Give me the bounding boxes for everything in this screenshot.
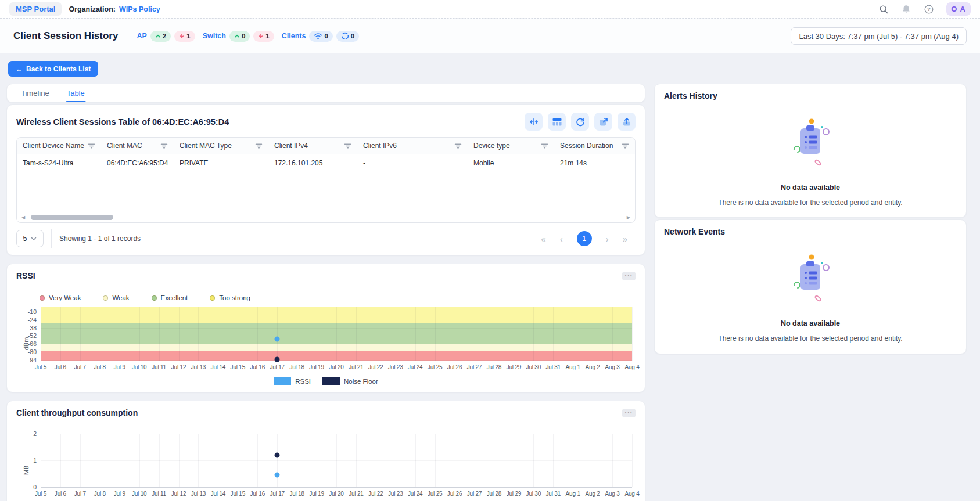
x-tick-label: Jul 5 [35,491,46,497]
filter-icon[interactable] [344,143,351,149]
chevron-down-icon [31,237,37,241]
upload-icon [622,117,632,127]
organization-link[interactable]: WIPs Policy [119,5,160,13]
x-tick-label: Aug 4 [624,364,639,370]
ap-label[interactable]: AP [137,32,146,40]
x-tick-label: Jul 10 [132,491,147,497]
y-tick-label: 0 [33,484,37,491]
x-tick-label: Jul 13 [191,364,206,370]
filter-icon[interactable] [622,143,629,149]
arrow-down-icon [179,33,185,39]
gridline-horizontal [41,434,632,434]
column-header[interactable]: Client MAC [101,138,174,154]
column-header-label: Client IPv4 [274,142,308,150]
column-header[interactable]: Client MAC Type [174,138,268,154]
page-title: Client Session History [13,30,118,42]
export-upload-button[interactable] [618,113,636,131]
x-tick-label: Jul 30 [526,364,541,370]
current-page-button[interactable]: 1 [577,231,592,246]
manage-columns-button[interactable] [548,113,566,131]
column-header[interactable]: Session Duration [554,138,635,154]
gridline-vertical [494,307,494,361]
date-range-picker[interactable]: Last 30 Days: 7:37 pm (Jul 5) - 7:37 pm … [791,27,967,45]
help-icon[interactable]: ? [924,4,934,15]
band-legend-label: Too strong [219,294,250,301]
column-header-label: Client IPv6 [363,142,397,150]
y-tick-label: 1 [33,457,37,464]
rssi-more-button[interactable]: ··· [622,272,636,280]
switch-label[interactable]: Switch [203,32,226,40]
gridline-vertical [632,307,633,361]
legend-label: RSSI [295,378,311,385]
throughput-more-button[interactable]: ··· [622,409,636,417]
x-tick-label: Jul 15 [231,364,246,370]
filter-icon[interactable] [255,143,263,149]
svg-text:?: ? [928,6,931,12]
clients-label[interactable]: Clients [282,32,306,40]
gridline-vertical [336,307,337,361]
x-tick-label: Aug 2 [586,491,600,497]
sessions-table-card: Wireless Client Sessions Table of 06:4D:… [6,104,645,255]
page-size-select[interactable]: 5 [16,230,44,247]
gridline-vertical [277,307,278,361]
horizontal-scrollbar[interactable]: ◀ ▶ [21,214,630,221]
user-avatar[interactable]: O A [946,2,971,16]
next-page-button[interactable]: › [606,235,609,243]
back-to-clients-button[interactable]: ← Back to Clients List [8,61,98,77]
last-page-button[interactable]: » [623,235,627,243]
gridline-vertical [159,307,160,361]
band-legend-dot [40,295,45,301]
column-header[interactable]: Client IPv6 [357,138,468,154]
data-point-tx[interactable] [275,473,280,478]
gridline-horizontal [41,487,632,488]
x-tick-label: Jul 7 [74,491,86,497]
tab-table[interactable]: Table [67,84,85,102]
y-tick-label: 2 [33,430,37,437]
table-row[interactable]: Tam-s-S24-Ultra06:4D:EC:A6:95:D4PRIVATE1… [17,154,635,172]
column-header-label: Session Duration [560,142,613,150]
throughput-card: Client throughput consumption ··· MB 210… [6,401,645,501]
column-header[interactable]: Client IPv4 [268,138,357,154]
search-icon[interactable] [878,4,889,15]
gridline-vertical [455,307,455,361]
column-header[interactable]: Client Device Name [17,138,101,154]
msp-portal-button[interactable]: MSP Portal [9,2,62,16]
gridline-vertical [80,307,81,361]
gridline-vertical [376,307,376,361]
data-point-noise-floor[interactable] [275,357,280,362]
tab-timeline[interactable]: Timeline [21,84,49,102]
x-tick-label: Aug 3 [605,364,619,370]
notifications-bell-icon[interactable] [901,4,911,15]
scroll-right-icon[interactable]: ▶ [627,215,630,220]
filter-icon[interactable] [454,143,462,149]
x-tick-label: Jul 28 [487,364,502,370]
filter-icon[interactable] [160,143,168,149]
band-legend-excellent: Excellent [152,294,188,301]
scroll-left-icon[interactable]: ◀ [21,215,25,220]
x-tick-label: Jul 11 [152,491,166,497]
gridline-horizontal [41,344,632,344]
gridline-vertical [198,307,199,361]
filter-icon[interactable] [88,143,95,149]
x-tick-label: Jul 5 [35,364,46,370]
scrollbar-thumb[interactable] [31,215,113,220]
first-page-button[interactable]: « [541,235,545,243]
data-point-rssi[interactable] [275,337,280,342]
table-cell: Tam-s-S24-Ultra [17,154,101,172]
open-in-new-button[interactable] [594,113,612,131]
divider [51,229,52,248]
throughput-plot: 210 [41,434,632,488]
x-tick-label: Jul 17 [270,491,285,497]
refresh-button[interactable] [571,113,589,131]
gridline-horizontal [41,352,632,352]
column-header[interactable]: Device type [468,138,554,154]
gridline-vertical [257,307,258,361]
rssi-band-legend: Very WeakWeakExcellentToo strong [17,292,634,307]
data-point-rx[interactable] [275,452,280,457]
prev-page-button[interactable]: ‹ [560,235,563,243]
gridline-vertical [218,307,218,361]
resize-columns-button[interactable] [525,113,543,131]
gridline-vertical [179,307,180,361]
filter-icon[interactable] [541,143,548,149]
x-tick-label: Jul 22 [368,491,383,497]
